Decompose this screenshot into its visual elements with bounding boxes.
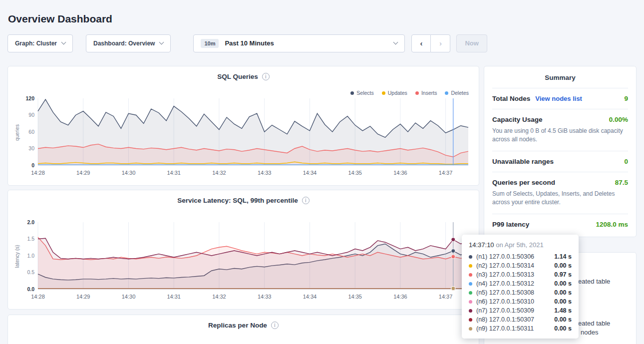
time-step-buttons: ‹ › xyxy=(411,34,450,52)
svg-text:60: 60 xyxy=(28,129,34,135)
tooltip-row: (n8) 127.0.0.1:503070.00 s xyxy=(469,315,572,324)
svg-text:14:33: 14:33 xyxy=(258,170,272,176)
tooltip-row: (n3) 127.0.0.1:503130.97 s xyxy=(469,270,572,279)
tooltip-node-value: 0.00 s xyxy=(554,325,572,332)
tooltip-node-value: 1.14 s xyxy=(554,253,572,260)
tooltip-row: (n4) 127.0.0.1:503120.00 s xyxy=(469,279,572,288)
summary-row-capacity: Capacity Usage 0.00% You are using 0 B o… xyxy=(492,109,628,151)
svg-text:0: 0 xyxy=(31,162,34,168)
tooltip-node-value: 1.48 s xyxy=(554,307,572,314)
page-title: Overview Dashboard xyxy=(8,13,112,25)
tooltip-row: (n2) 127.0.0.1:503140.00 s xyxy=(469,261,572,270)
qps-label: Queries per second xyxy=(492,179,555,186)
svg-text:14:31: 14:31 xyxy=(167,294,181,300)
info-icon[interactable]: i xyxy=(302,197,310,204)
chevron-down-icon xyxy=(393,40,398,45)
node-color-dot-icon xyxy=(469,255,472,259)
sql-queries-chart[interactable]: 14:2814:2914:3014:3114:3214:3314:3414:35… xyxy=(18,93,473,182)
tooltip-row: (n7) 127.0.0.1:503091.48 s xyxy=(469,306,572,315)
svg-text:1.0: 1.0 xyxy=(27,253,34,259)
tooltip-node-label: (n1) 127.0.0.1:50306 xyxy=(476,253,534,260)
svg-text:14:32: 14:32 xyxy=(212,294,226,300)
time-back-button[interactable]: ‹ xyxy=(411,34,431,52)
replicas-title: Replicas per Node i xyxy=(8,315,479,329)
toolbar: Graph: Cluster Dashboard: Overview 10m P… xyxy=(7,34,487,52)
event-item-fragment[interactable]: eated table xyxy=(578,278,610,285)
p99-latency-value: 1208.0 ms xyxy=(596,221,628,228)
dashboard-dropdown[interactable]: Dashboard: Overview xyxy=(86,34,171,52)
capacity-usage-value: 0.00% xyxy=(609,116,628,123)
svg-text:0.0: 0.0 xyxy=(27,286,34,292)
svg-text:14:35: 14:35 xyxy=(348,294,362,300)
chart-hover-tooltip: 14:37:10 on Apr 5th, 2021 (n1) 127.0.0.1… xyxy=(462,235,579,339)
svg-text:14:29: 14:29 xyxy=(76,170,90,176)
node-color-dot-icon xyxy=(469,282,472,286)
svg-text:14:28: 14:28 xyxy=(31,170,45,176)
tooltip-node-label: (n7) 127.0.0.1:50309 xyxy=(476,307,534,314)
capacity-usage-description: You are using 0 B of 4.5 GiB usable disk… xyxy=(492,127,628,144)
service-latency-panel: Service Latency: SQL, 99th percentile i … xyxy=(7,190,479,310)
time-range-label: Past 10 Minutes xyxy=(225,39,274,47)
time-forward-button[interactable]: › xyxy=(431,34,450,52)
chevron-down-icon xyxy=(61,40,66,45)
svg-text:14:36: 14:36 xyxy=(393,170,407,176)
tooltip-row: (n6) 127.0.0.1:503100.00 s xyxy=(469,297,572,306)
tooltip-time: 14:37:10 xyxy=(469,241,494,249)
unavailable-ranges-label: Unavailable ranges xyxy=(492,158,554,165)
svg-text:14:34: 14:34 xyxy=(303,170,317,176)
info-icon[interactable]: i xyxy=(271,322,279,329)
tooltip-node-value: 0.00 s xyxy=(554,298,572,305)
summary-row-qps: Queries per second 87.5 Sum of Selects, … xyxy=(492,172,628,214)
p99-latency-label: P99 latency xyxy=(492,221,529,228)
tooltip-rows: (n1) 127.0.0.1:503061.14 s(n2) 127.0.0.1… xyxy=(469,252,572,333)
sql-queries-panel: SQL Queries i SelectsUpdatesInsertsDelet… xyxy=(7,66,479,186)
node-color-dot-icon xyxy=(469,309,472,313)
summary-row-total-nodes: Total Nodes View nodes list 9 xyxy=(492,88,628,109)
svg-text:14:37: 14:37 xyxy=(439,170,453,176)
node-color-dot-icon xyxy=(469,300,472,304)
summary-row-unavailable-ranges: Unavailable ranges 0 xyxy=(492,151,628,172)
svg-text:90: 90 xyxy=(28,112,34,118)
svg-text:14:34: 14:34 xyxy=(303,294,317,300)
tooltip-node-value: 0.00 s xyxy=(554,289,572,296)
qps-value: 87.5 xyxy=(615,179,628,186)
tooltip-node-label: (n3) 127.0.0.1:50313 xyxy=(476,271,534,278)
node-color-dot-icon xyxy=(469,273,472,277)
graph-dropdown-label: Graph: Cluster xyxy=(15,40,57,47)
tooltip-node-label: (n6) 127.0.0.1:50310 xyxy=(476,298,534,305)
event-item-fragment[interactable]: nodes xyxy=(581,329,598,336)
time-range-selector[interactable]: 10m Past 10 Minutes xyxy=(193,34,405,52)
capacity-usage-label: Capacity Usage xyxy=(492,116,543,123)
tooltip-node-label: (n8) 127.0.0.1:50307 xyxy=(476,316,534,323)
event-item-fragment[interactable]: eated table xyxy=(578,320,610,327)
time-range-badge: 10m xyxy=(201,39,219,48)
total-nodes-value: 9 xyxy=(624,95,628,102)
service-latency-chart[interactable]: 14:2814:2914:3014:3114:3214:3314:3414:35… xyxy=(18,217,473,306)
now-button[interactable]: Now xyxy=(456,34,487,52)
total-nodes-label: Total Nodes xyxy=(492,95,530,102)
svg-text:14:28: 14:28 xyxy=(31,294,45,300)
svg-text:14:30: 14:30 xyxy=(122,170,136,176)
tooltip-date: on Apr 5th, 2021 xyxy=(496,241,543,249)
tooltip-node-label: (n2) 127.0.0.1:50314 xyxy=(476,262,534,269)
summary-panel: Summary Total Nodes View nodes list 9 Ca… xyxy=(484,66,637,237)
graph-dropdown[interactable]: Graph: Cluster xyxy=(7,34,73,52)
tooltip-node-label: (n4) 127.0.0.1:50312 xyxy=(476,280,534,287)
chevron-down-icon xyxy=(159,40,164,45)
svg-text:14:32: 14:32 xyxy=(212,170,226,176)
tooltip-row: (n5) 127.0.0.1:503080.00 s xyxy=(469,288,572,297)
service-latency-title: Service Latency: SQL, 99th percentile i xyxy=(8,190,479,204)
tooltip-node-value: 0.00 s xyxy=(554,262,572,269)
dashboard-dropdown-label: Dashboard: Overview xyxy=(93,40,155,47)
tooltip-node-label: (n5) 127.0.0.1:50308 xyxy=(476,289,534,296)
node-color-dot-icon xyxy=(469,291,472,295)
svg-text:30: 30 xyxy=(28,145,34,151)
svg-text:14:36: 14:36 xyxy=(393,294,407,300)
svg-text:14:37: 14:37 xyxy=(439,294,453,300)
info-icon[interactable]: i xyxy=(262,73,270,80)
tooltip-node-value: 0.00 s xyxy=(554,280,572,287)
svg-text:14:31: 14:31 xyxy=(167,170,181,176)
view-nodes-list-link[interactable]: View nodes list xyxy=(535,95,582,102)
svg-text:14:30: 14:30 xyxy=(122,294,136,300)
sql-queries-title: SQL Queries i xyxy=(8,66,479,80)
